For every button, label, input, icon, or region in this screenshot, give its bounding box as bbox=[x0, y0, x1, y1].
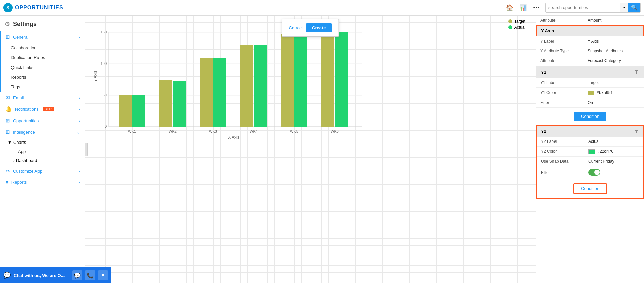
topbar-icons: 🏠 📊 ••• bbox=[504, 2, 542, 13]
sidebar-item-app[interactable]: App bbox=[1, 147, 85, 156]
x-axis-label: X Axis bbox=[228, 135, 239, 140]
sidebar-item-charts[interactable]: ▼ Charts bbox=[1, 138, 85, 147]
collapse-handle[interactable]: ‹ bbox=[85, 143, 88, 156]
bar-wk6-target bbox=[321, 32, 334, 127]
chart-button[interactable]: 📊 bbox=[518, 2, 529, 13]
sidebar-item-dashboard[interactable]: › Dashboard bbox=[1, 156, 85, 165]
chat-bubble-icon: 💬 bbox=[3, 272, 11, 279]
legend-actual-label: Actual bbox=[514, 25, 525, 30]
rp-row-y1-label: Y1 Label Target bbox=[536, 78, 644, 88]
rp-y1-header: Y1 🗑 bbox=[536, 66, 644, 78]
rp-y1-filter-label: Filter bbox=[540, 100, 588, 105]
sidebar-label-customize-app: Customize App bbox=[13, 169, 42, 174]
chat-icon-btn[interactable]: 💬 bbox=[72, 270, 82, 280]
cancel-button[interactable]: Cancel bbox=[289, 25, 303, 30]
chat-widget[interactable]: 💬 Chat with us, We are O... 💬 📞 ▼ bbox=[0, 267, 111, 283]
rp-row-y2-snap: Use Snap Data Current Friday bbox=[537, 157, 643, 166]
sidebar-label-reports: Reports bbox=[11, 180, 27, 185]
rp-y1-label-label: Y1 Label bbox=[540, 80, 588, 85]
svg-text:WK1: WK1 bbox=[128, 129, 136, 133]
rp-y2-snap-value: Current Friday bbox=[588, 159, 639, 164]
app-title: OPPORTUNITIES bbox=[15, 5, 63, 11]
logo-icon: $ bbox=[3, 3, 13, 12]
app-logo: $ OPPORTUNITIES bbox=[3, 3, 63, 12]
home-button[interactable]: 🏠 bbox=[504, 2, 515, 13]
chat-dropdown-btn[interactable]: ▼ bbox=[98, 270, 108, 280]
rp-row-y2-color: Y2 Color #22d470 bbox=[537, 147, 643, 157]
rp-y2-color-value: #22d470 bbox=[588, 149, 639, 154]
topbar: $ OPPORTUNITIES 🏠 📊 ••• ▼ 🔍 bbox=[0, 0, 644, 16]
rp-y1-condition-row: Condition bbox=[536, 108, 644, 125]
chart-svg: Y Axis 150 100 50 0 bbox=[92, 29, 379, 140]
search-dropdown-btn[interactable]: ▼ bbox=[620, 3, 628, 12]
search-submit-button[interactable]: 🔍 bbox=[628, 3, 640, 13]
sidebar-title: Settings bbox=[13, 21, 37, 28]
y-axis-label: Y Axis bbox=[93, 71, 98, 82]
rp-row-attribute-top: Attribute Amount bbox=[536, 16, 644, 25]
email-chevron: › bbox=[79, 95, 80, 100]
svg-text:WK3: WK3 bbox=[209, 129, 217, 133]
chart-legend: Target Actual bbox=[508, 19, 525, 30]
sidebar-label-notifications: Notifications bbox=[15, 107, 39, 112]
sidebar-section-notifications-header[interactable]: 🔔 Notifications BETA › bbox=[1, 103, 85, 115]
dashboard-expand-icon: › bbox=[13, 158, 15, 163]
sidebar-item-collaboration[interactable]: Collaboration bbox=[1, 43, 85, 53]
opportunities-chevron: › bbox=[79, 118, 80, 123]
sidebar-section-general-header[interactable]: ⊞ General › bbox=[1, 31, 85, 43]
rp-y-label-value: Y Axis bbox=[588, 39, 640, 44]
rp-row-y1-filter: Filter On bbox=[536, 98, 644, 108]
rp-y2-filter-label: Filter bbox=[541, 170, 588, 175]
bar-wk4-actual bbox=[254, 45, 267, 127]
rp-row-y1-color: Y1 Color #b7b951 bbox=[536, 88, 644, 98]
y1-color-swatch bbox=[588, 91, 594, 95]
modal-bar: Cancel Create bbox=[282, 19, 339, 37]
rp-y-label-label: Y Label bbox=[540, 39, 588, 44]
search-input[interactable] bbox=[546, 5, 620, 10]
sidebar-section-opportunities-header[interactable]: ⊞ Opportunities › bbox=[1, 115, 85, 126]
rp-y2-delete-btn[interactable]: 🗑 bbox=[634, 128, 639, 134]
charts-expand-icon: ▼ bbox=[8, 140, 12, 145]
sidebar-label-opportunities: Opportunities bbox=[13, 118, 39, 123]
sidebar-item-tags[interactable]: Tags bbox=[1, 82, 85, 92]
y2-filter-toggle[interactable] bbox=[588, 169, 600, 176]
sidebar-section-customize-app-header[interactable]: ✂ Customize App › bbox=[1, 165, 85, 177]
sidebar-section-intelligence-header[interactable]: ⊞ Intelligence ⌄ bbox=[1, 126, 85, 138]
svg-text:0: 0 bbox=[105, 124, 107, 128]
main-content: ‹ Cancel Create Target bbox=[85, 16, 644, 283]
y1-condition-button[interactable]: Condition bbox=[574, 112, 606, 121]
search-bar: ▼ 🔍 bbox=[545, 3, 641, 13]
svg-text:WK6: WK6 bbox=[331, 129, 339, 133]
rp-y1-color-label: Y1 Color bbox=[540, 90, 588, 95]
chart-area: Cancel Create Target Actual bbox=[85, 16, 536, 283]
phone-icon-btn[interactable]: 📞 bbox=[85, 270, 95, 280]
sidebar-section-reports-header[interactable]: ≡ Reports › bbox=[1, 177, 85, 188]
rp-y-attribute-type-label: Y Attribute Type bbox=[540, 49, 588, 53]
intelligence-chevron: ⌄ bbox=[76, 130, 80, 135]
notifications-icon: 🔔 bbox=[6, 106, 12, 112]
rp-y-axis-label: Y Axis bbox=[541, 28, 554, 33]
right-panel: Attribute Amount Y Axis Y Label Y Axis Y… bbox=[536, 16, 644, 283]
bar-wk2-target bbox=[159, 80, 172, 127]
create-button[interactable]: Create bbox=[306, 23, 332, 32]
rp-y-attribute-label: Attribute bbox=[540, 58, 588, 63]
rp-y2-label-value: Actual bbox=[588, 139, 639, 144]
rp-y1-color-value: #b7b951 bbox=[588, 90, 640, 95]
sidebar-item-reports[interactable]: Reports bbox=[1, 72, 85, 82]
sidebar-section-opportunities: ⊞ Opportunities › bbox=[0, 115, 85, 126]
layout: ⚙ Settings ⊞ General › Collaboration Dup… bbox=[0, 16, 644, 283]
y2-condition-button[interactable]: Condition bbox=[573, 183, 607, 194]
notifications-chevron: › bbox=[79, 107, 80, 112]
rp-y1-delete-btn[interactable]: 🗑 bbox=[634, 69, 639, 75]
sidebar-item-quick-links[interactable]: Quick Links bbox=[1, 62, 85, 72]
svg-text:WK5: WK5 bbox=[290, 129, 298, 133]
customize-icon: ✂ bbox=[6, 168, 10, 174]
legend-target-label: Target bbox=[514, 19, 525, 24]
chart-svg-wrap: Y Axis 150 100 50 0 bbox=[85, 22, 536, 142]
more-button[interactable]: ••• bbox=[531, 2, 542, 13]
sidebar-section-email-header[interactable]: ✉ Email › bbox=[1, 92, 85, 103]
gear-icon: ⚙ bbox=[5, 20, 10, 28]
sidebar-item-duplication-rules[interactable]: Duplication Rules bbox=[1, 53, 85, 62]
legend-actual: Actual bbox=[508, 25, 525, 30]
content-wrapper: ‹ Cancel Create Target bbox=[85, 16, 644, 283]
bar-wk4-target bbox=[240, 45, 253, 127]
